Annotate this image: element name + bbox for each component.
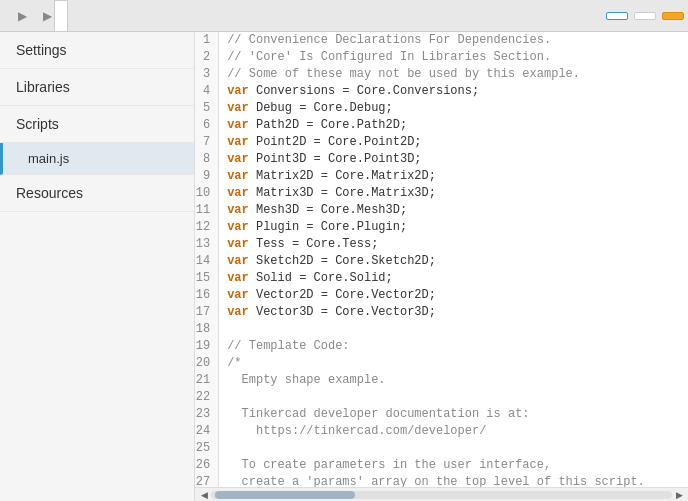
code-line: // Convenience Declarations For Dependen… bbox=[219, 32, 688, 49]
table-row: 14var Sketch2D = Core.Sketch2D; bbox=[195, 253, 688, 270]
code-line bbox=[219, 440, 688, 457]
table-row: 25 bbox=[195, 440, 688, 457]
breadcrumb-mainjs[interactable] bbox=[54, 0, 68, 31]
table-row: 3// Some of these may not be used by thi… bbox=[195, 66, 688, 83]
line-number: 10 bbox=[195, 185, 219, 202]
scrollbar-track[interactable] bbox=[211, 491, 672, 499]
table-row: 9var Matrix2D = Core.Matrix2D; bbox=[195, 168, 688, 185]
scroll-right-arrow[interactable]: ▶ bbox=[672, 488, 686, 502]
code-line: var Debug = Core.Debug; bbox=[219, 100, 688, 117]
table-row: 26 To create parameters in the user inte… bbox=[195, 457, 688, 474]
code-line: var Mesh3D = Core.Mesh3D; bbox=[219, 202, 688, 219]
breadcrumb-arrow-1: ▶ bbox=[18, 9, 27, 23]
code-line: var Point2D = Core.Point2D; bbox=[219, 134, 688, 151]
line-number: 23 bbox=[195, 406, 219, 423]
code-table: 1// Convenience Declarations For Depende… bbox=[195, 32, 688, 487]
header: ▶ ▶ bbox=[0, 0, 688, 32]
table-row: 24 https://tinkercad.com/developer/ bbox=[195, 423, 688, 440]
sidebar: Settings Libraries Scripts main.js Resou… bbox=[0, 32, 195, 501]
line-number: 9 bbox=[195, 168, 219, 185]
code-line: var Vector3D = Core.Vector3D; bbox=[219, 304, 688, 321]
table-row: 6var Path2D = Core.Path2D; bbox=[195, 117, 688, 134]
table-row: 7var Point2D = Core.Point2D; bbox=[195, 134, 688, 151]
table-row: 19// Template Code: bbox=[195, 338, 688, 355]
table-row: 21 Empty shape example. bbox=[195, 372, 688, 389]
table-row: 12var Plugin = Core.Plugin; bbox=[195, 219, 688, 236]
code-line: var Conversions = Core.Conversions; bbox=[219, 83, 688, 100]
sidebar-item-scripts[interactable]: Scripts bbox=[0, 106, 194, 143]
table-row: 17var Vector3D = Core.Vector3D; bbox=[195, 304, 688, 321]
code-area[interactable]: 1// Convenience Declarations For Depende… bbox=[195, 32, 688, 487]
table-row: 2// 'Core' Is Configured In Libraries Se… bbox=[195, 49, 688, 66]
line-number: 21 bbox=[195, 372, 219, 389]
line-number: 19 bbox=[195, 338, 219, 355]
line-number: 6 bbox=[195, 117, 219, 134]
code-line: var Plugin = Core.Plugin; bbox=[219, 219, 688, 236]
line-number: 25 bbox=[195, 440, 219, 457]
code-line: https://tinkercad.com/developer/ bbox=[219, 423, 688, 440]
line-number: 5 bbox=[195, 100, 219, 117]
line-number: 4 bbox=[195, 83, 219, 100]
line-number: 2 bbox=[195, 49, 219, 66]
code-line: var Solid = Core.Solid; bbox=[219, 270, 688, 287]
table-row: 5var Debug = Core.Debug; bbox=[195, 100, 688, 117]
breadcrumb-scripts[interactable] bbox=[29, 0, 41, 31]
line-number: 24 bbox=[195, 423, 219, 440]
code-line: var Vector2D = Core.Vector2D; bbox=[219, 287, 688, 304]
code-line bbox=[219, 321, 688, 338]
line-number: 18 bbox=[195, 321, 219, 338]
code-line: var Point3D = Core.Point3D; bbox=[219, 151, 688, 168]
code-line: create a 'params' array on the top level… bbox=[219, 474, 688, 487]
help-button[interactable] bbox=[606, 12, 628, 20]
table-row: 23 Tinkercad developer documentation is … bbox=[195, 406, 688, 423]
table-row: 1// Convenience Declarations For Depende… bbox=[195, 32, 688, 49]
code-line: To create parameters in the user interfa… bbox=[219, 457, 688, 474]
table-row: 13var Tess = Core.Tess; bbox=[195, 236, 688, 253]
main-layout: Settings Libraries Scripts main.js Resou… bbox=[0, 32, 688, 501]
horizontal-scrollbar[interactable]: ◀ ▶ bbox=[195, 487, 688, 501]
code-line: // Some of these may not be used by this… bbox=[219, 66, 688, 83]
line-number: 8 bbox=[195, 151, 219, 168]
close-button[interactable] bbox=[662, 12, 684, 20]
code-line: Tinkercad developer documentation is at: bbox=[219, 406, 688, 423]
sidebar-item-resources[interactable]: Resources bbox=[0, 175, 194, 212]
sidebar-item-mainjs[interactable]: main.js bbox=[0, 143, 194, 175]
line-number: 27 bbox=[195, 474, 219, 487]
code-line: // Template Code: bbox=[219, 338, 688, 355]
code-line: // 'Core' Is Configured In Libraries Sec… bbox=[219, 49, 688, 66]
line-number: 17 bbox=[195, 304, 219, 321]
table-row: 11var Mesh3D = Core.Mesh3D; bbox=[195, 202, 688, 219]
code-line: var Path2D = Core.Path2D; bbox=[219, 117, 688, 134]
line-number: 12 bbox=[195, 219, 219, 236]
code-line: var Matrix2D = Core.Matrix2D; bbox=[219, 168, 688, 185]
line-number: 14 bbox=[195, 253, 219, 270]
line-number: 7 bbox=[195, 134, 219, 151]
code-editor: 1// Convenience Declarations For Depende… bbox=[195, 32, 688, 501]
table-row: 16var Vector2D = Core.Vector2D; bbox=[195, 287, 688, 304]
scrollbar-thumb[interactable] bbox=[215, 491, 355, 499]
sidebar-item-libraries[interactable]: Libraries bbox=[0, 69, 194, 106]
table-row: 15var Solid = Core.Solid; bbox=[195, 270, 688, 287]
line-number: 20 bbox=[195, 355, 219, 372]
table-row: 27 create a 'params' array on the top le… bbox=[195, 474, 688, 487]
sidebar-item-settings[interactable]: Settings bbox=[0, 32, 194, 69]
save-button[interactable] bbox=[634, 12, 656, 20]
line-number: 26 bbox=[195, 457, 219, 474]
line-number: 3 bbox=[195, 66, 219, 83]
table-row: 20/* bbox=[195, 355, 688, 372]
line-number: 16 bbox=[195, 287, 219, 304]
table-row: 10var Matrix3D = Core.Matrix3D; bbox=[195, 185, 688, 202]
code-line: var Sketch2D = Core.Sketch2D; bbox=[219, 253, 688, 270]
scroll-left-arrow[interactable]: ◀ bbox=[197, 488, 211, 502]
code-line: var Tess = Core.Tess; bbox=[219, 236, 688, 253]
code-line: Empty shape example. bbox=[219, 372, 688, 389]
line-number: 22 bbox=[195, 389, 219, 406]
line-number: 11 bbox=[195, 202, 219, 219]
breadcrumb-empty[interactable] bbox=[4, 0, 16, 31]
line-number: 1 bbox=[195, 32, 219, 49]
line-number: 13 bbox=[195, 236, 219, 253]
table-row: 22 bbox=[195, 389, 688, 406]
table-row: 4var Conversions = Core.Conversions; bbox=[195, 83, 688, 100]
breadcrumb-arrow-2: ▶ bbox=[43, 9, 52, 23]
line-number: 15 bbox=[195, 270, 219, 287]
